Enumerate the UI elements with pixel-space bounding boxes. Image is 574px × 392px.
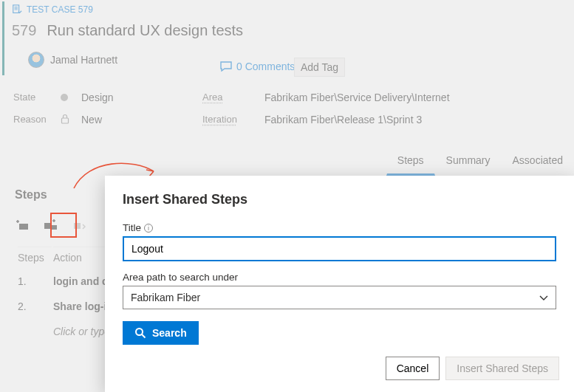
chevron-down-icon — [539, 293, 549, 303]
search-button[interactable]: Search — [123, 321, 199, 345]
area-path-label: Area path to search under — [123, 272, 238, 283]
search-icon — [134, 327, 146, 339]
title-input[interactable] — [123, 236, 556, 261]
annotation-highlight — [50, 213, 77, 238]
search-label: Search — [152, 327, 187, 339]
info-icon[interactable]: i — [144, 224, 153, 233]
dialog-heading: Insert Shared Steps — [123, 192, 556, 207]
cancel-button[interactable]: Cancel — [386, 357, 440, 380]
insert-shared-steps-dialog: Insert Shared Steps Title i Area path to… — [105, 176, 574, 392]
area-path-value: Fabrikam Fiber — [123, 286, 556, 309]
insert-shared-steps-submit: Insert Shared Steps — [445, 357, 559, 380]
title-label: Title — [123, 222, 141, 233]
area-path-select[interactable]: Fabrikam Fiber — [123, 286, 556, 309]
svg-point-6 — [136, 329, 143, 335]
